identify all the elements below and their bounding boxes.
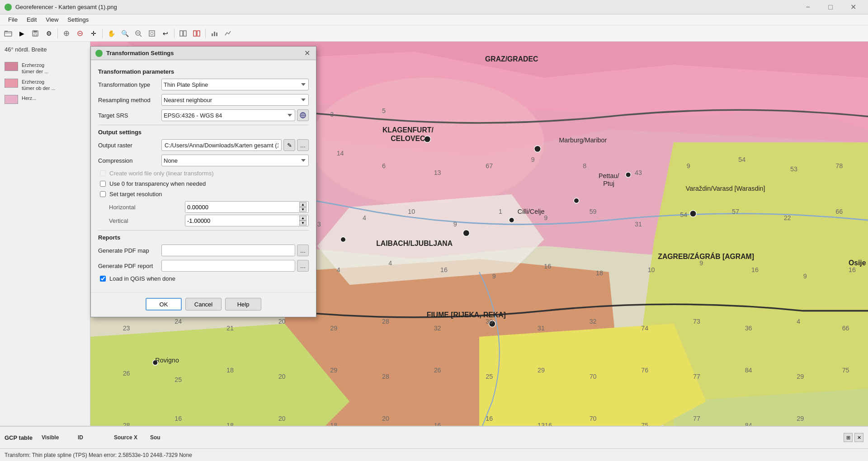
gcp-restore-btn[interactable]: ⊞: [844, 433, 853, 442]
toolbar-profile-btn[interactable]: [222, 27, 234, 40]
svg-text:Marburg/Maribor: Marburg/Maribor: [559, 136, 607, 144]
svg-text:67: 67: [486, 162, 493, 169]
svg-text:9: 9: [492, 273, 496, 280]
svg-text:3: 3: [330, 111, 334, 118]
vertical-down-arrow[interactable]: ▼: [299, 221, 307, 226]
svg-text:77: 77: [693, 373, 700, 380]
target-srs-picker-button[interactable]: [297, 109, 309, 121]
minimize-button[interactable]: −: [797, 0, 818, 14]
horizontal-down-arrow[interactable]: ▼: [299, 207, 307, 212]
svg-text:29: 29: [797, 373, 804, 380]
transformation-type-label: Transformation type: [98, 81, 161, 88]
svg-text:16: 16: [751, 266, 759, 273]
load-qgis-checkbox[interactable]: [100, 276, 106, 282]
toolbar-run-btn[interactable]: ▶: [15, 27, 28, 40]
horizontal-input[interactable]: [187, 204, 298, 211]
toolbar-settings-btn[interactable]: ⚙: [42, 27, 55, 40]
help-button[interactable]: Help: [225, 298, 261, 310]
toolbar-open-btn[interactable]: [2, 27, 14, 40]
svg-text:25: 25: [486, 373, 493, 380]
toolbar-histogram-btn[interactable]: [208, 27, 221, 40]
pdf-map-browse-button[interactable]: …: [297, 245, 309, 256]
toolbar-save-btn[interactable]: [29, 27, 42, 40]
toolbar-zoom-in-btn[interactable]: 🔍: [118, 27, 131, 40]
svg-text:20: 20: [278, 318, 286, 325]
toolbar-zoom-last-btn[interactable]: ↩: [159, 27, 172, 40]
svg-line-11: [140, 35, 142, 37]
ok-button[interactable]: OK: [146, 298, 182, 310]
output-raster-input[interactable]: C:/Users/Anna/Downloads/Karten gesamt (1…: [161, 139, 282, 151]
gcp-close-btn[interactable]: ✕: [854, 433, 863, 442]
svg-text:8: 8: [583, 162, 586, 169]
svg-text:53: 53: [790, 166, 797, 173]
toolbar-zoom-layer-btn[interactable]: [146, 27, 158, 40]
svg-text:77: 77: [693, 415, 700, 422]
set-resolution-checkbox[interactable]: [100, 191, 106, 197]
svg-rect-20: [214, 32, 215, 36]
svg-text:16: 16: [175, 415, 182, 422]
pdf-report-input[interactable]: [161, 260, 295, 272]
target-srs-select[interactable]: EPSG:4326 - WGS 84: [161, 109, 295, 121]
pdf-report-browse-button[interactable]: …: [297, 260, 309, 272]
toolbar-link-views-btn[interactable]: [177, 27, 189, 40]
menu-file[interactable]: File: [4, 15, 22, 24]
svg-text:25: 25: [175, 376, 182, 383]
svg-text:26: 26: [123, 370, 130, 377]
vertical-input[interactable]: [187, 217, 298, 224]
toolbar-pan-btn[interactable]: ✋: [105, 27, 118, 40]
menu-settings[interactable]: Settings: [63, 15, 93, 24]
transformation-dialog: Transformation Settings ✕ Transformation…: [90, 46, 316, 317]
svg-text:70: 70: [590, 415, 597, 422]
horizontal-up-arrow[interactable]: ▲: [299, 202, 307, 207]
toolbar-link-btn2[interactable]: [190, 27, 203, 40]
toolbar-move-point-btn[interactable]: ✛: [87, 27, 100, 40]
svg-rect-4: [34, 34, 37, 36]
svg-text:Rovigno: Rovigno: [155, 357, 179, 364]
output-raster-edit-button[interactable]: ✎: [283, 139, 295, 151]
set-resolution-row: Set target resolution: [98, 191, 309, 198]
output-raster-label: Output raster: [98, 142, 161, 149]
svg-text:22: 22: [784, 214, 791, 221]
toolbar-zoom-out-btn[interactable]: [132, 27, 145, 40]
maximize-button[interactable]: □: [820, 0, 841, 14]
use-transparency-checkbox[interactable]: [100, 181, 106, 187]
svg-point-43: [509, 217, 514, 222]
svg-text:3: 3: [317, 221, 321, 228]
menu-view[interactable]: View: [41, 15, 63, 24]
use-transparency-label: Use 0 for transparency when needed: [109, 180, 206, 187]
pdf-report-row: Generate PDF report …: [98, 260, 309, 272]
dialog-close-button[interactable]: ✕: [302, 49, 311, 58]
dialog-buttons: OK Cancel Help: [91, 292, 316, 317]
svg-text:54: 54: [738, 156, 745, 163]
svg-text:4: 4: [337, 266, 340, 273]
svg-text:10: 10: [648, 266, 655, 273]
output-raster-browse-button[interactable]: …: [297, 139, 309, 151]
pdf-map-input[interactable]: [161, 245, 295, 256]
vertical-label: Vertical: [109, 215, 181, 226]
svg-text:13: 13: [434, 169, 441, 176]
compression-select[interactable]: None PACKBITS DEFLATE LZW: [161, 155, 309, 166]
create-world-file-checkbox[interactable]: [100, 170, 106, 176]
window-title: Georeferencer - Karten gesamt (1).png: [15, 4, 797, 10]
close-window-button[interactable]: ✕: [843, 0, 863, 14]
dialog-body: Transformation parameters Transformation…: [91, 60, 316, 292]
toolbar-separator-4: [205, 28, 206, 38]
toolbar-add-point-btn[interactable]: [60, 27, 73, 40]
toolbar-delete-point-btn[interactable]: [74, 27, 86, 40]
dialog-title-bar: Transformation Settings ✕: [91, 47, 316, 60]
resampling-method-select[interactable]: Nearest neighbour Linear Cubic Cubic Spl…: [161, 94, 309, 106]
cancel-button[interactable]: Cancel: [185, 298, 222, 310]
window-controls: − □ ✕: [797, 0, 863, 14]
use-transparency-row: Use 0 for transparency when needed: [98, 180, 309, 187]
output-raster-row: Output raster C:/Users/Anna/Downloads/Ka…: [98, 139, 309, 151]
menu-edit[interactable]: Edit: [22, 15, 41, 24]
svg-text:4: 4: [363, 214, 366, 221]
divider-2: [98, 230, 309, 230]
svg-text:54: 54: [680, 211, 687, 218]
reports-label: Reports: [98, 234, 309, 241]
vertical-up-arrow[interactable]: ▲: [299, 216, 307, 221]
svg-text:57: 57: [732, 208, 739, 215]
svg-text:LAIBACH/LJUBLJANA: LAIBACH/LJUBLJANA: [376, 240, 453, 247]
resolution-grid: Horizontal ▲ ▼ Vertical ▲ ▼: [109, 201, 309, 226]
transformation-type-select[interactable]: Thin Plate Spline Polynomial 1 Polynomia…: [161, 79, 309, 90]
